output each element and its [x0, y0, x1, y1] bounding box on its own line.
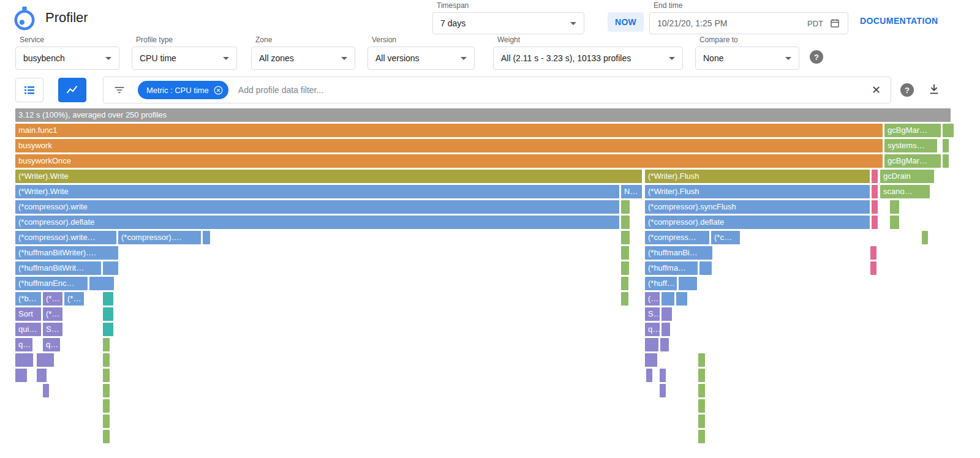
flame-frame[interactable]: gcBgMar…	[884, 154, 941, 168]
flame-frame[interactable]	[660, 369, 666, 382]
flame-frame[interactable]: (*…	[43, 292, 62, 306]
flame-frame[interactable]	[203, 231, 210, 244]
flame-frame[interactable]	[698, 415, 705, 428]
weight-select[interactable]: All (2.11 s - 3.23 s), 10133 profiles	[493, 47, 683, 70]
flame-frame[interactable]	[27, 353, 33, 367]
flame-frame[interactable]	[621, 277, 628, 290]
flame-frame[interactable]	[103, 399, 110, 413]
flame-frame[interactable]	[679, 277, 697, 290]
documentation-link[interactable]: DOCUMENTATION	[860, 16, 938, 26]
flame-frame[interactable]	[621, 246, 629, 260]
flame-frame[interactable]: (…	[645, 292, 660, 306]
flame-frame[interactable]	[15, 353, 21, 367]
flame-frame[interactable]: Sort	[15, 307, 41, 321]
flame-frame[interactable]	[645, 338, 658, 351]
clear-filters-button[interactable]: ✕	[872, 84, 881, 96]
metric-filter-chip[interactable]: Metric : CPU time	[138, 81, 228, 99]
flame-frame[interactable]	[37, 369, 47, 382]
flame-frame[interactable]	[662, 292, 674, 306]
flame-frame[interactable]: gcDrain	[880, 170, 934, 183]
compare-to-select[interactable]: None	[695, 47, 799, 70]
timespan-select[interactable]: 7 days	[432, 12, 584, 34]
flame-frame[interactable]: (*Writer).Write	[15, 185, 619, 198]
flame-frame[interactable]	[698, 399, 705, 413]
flame-frame[interactable]	[698, 369, 705, 382]
flame-frame[interactable]	[103, 323, 113, 336]
flame-frame[interactable]: q…	[43, 338, 60, 351]
flame-frame[interactable]	[870, 261, 876, 275]
list-view-button[interactable]	[15, 78, 43, 102]
flame-frame[interactable]: (*compressor).deflate	[645, 216, 870, 229]
flame-frame[interactable]	[699, 261, 712, 275]
flame-frame[interactable]: S…	[645, 307, 660, 321]
service-select[interactable]: busybench	[15, 47, 119, 70]
flame-frame[interactable]	[103, 307, 113, 321]
help-icon[interactable]: ?	[810, 50, 823, 64]
flame-frame[interactable]	[698, 430, 705, 443]
flame-frame[interactable]: busyworkOnce	[15, 154, 883, 168]
flame-frame[interactable]	[103, 338, 110, 351]
flame-frame[interactable]	[698, 353, 705, 367]
flame-frame[interactable]: main.func1	[15, 124, 883, 137]
flame-frame[interactable]	[37, 353, 54, 367]
flame-frame[interactable]: (*b…	[15, 292, 41, 306]
flame-frame[interactable]: (*huffmanBitWriter)….	[15, 246, 118, 260]
flame-frame[interactable]	[43, 384, 49, 397]
flame-frame[interactable]	[943, 154, 949, 168]
flame-frame[interactable]	[103, 430, 110, 443]
flame-frame[interactable]	[872, 200, 878, 214]
flame-frame[interactable]	[89, 277, 114, 290]
flame-frame[interactable]	[943, 139, 949, 152]
flame-frame[interactable]	[103, 369, 110, 382]
flame-frame[interactable]	[103, 261, 118, 275]
flame-frame[interactable]: (*c…	[711, 231, 740, 244]
flame-frame[interactable]	[662, 323, 670, 336]
flame-frame[interactable]	[646, 369, 652, 382]
end-time-input[interactable]: 10/21/20, 1:25 PM PDT	[649, 12, 848, 34]
profile-type-select[interactable]: CPU time	[132, 47, 237, 70]
flame-frame[interactable]: systems…	[884, 139, 937, 152]
zone-select[interactable]: All zones	[251, 47, 355, 70]
flame-frame[interactable]: (*huffmanBitWrit…	[15, 261, 101, 275]
flame-frame[interactable]	[890, 200, 899, 214]
flame-frame[interactable]	[645, 353, 657, 367]
flame-frame[interactable]	[872, 185, 878, 198]
flame-frame[interactable]: (*huffmanEnc…	[15, 277, 88, 290]
flame-frame[interactable]	[660, 384, 666, 397]
flame-frame[interactable]	[621, 292, 628, 306]
flame-frame[interactable]	[621, 200, 630, 214]
flame-frame[interactable]	[922, 231, 928, 244]
flame-frame[interactable]: busywork	[15, 139, 883, 152]
flame-frame[interactable]: (*huffmanBi…	[645, 246, 712, 260]
flame-frame[interactable]: q…	[15, 338, 32, 351]
flame-frame[interactable]: (*Writer).Flush	[645, 185, 870, 198]
chip-remove-icon[interactable]	[213, 85, 224, 96]
flame-frame[interactable]: q…	[645, 323, 660, 336]
flame-frame[interactable]	[103, 384, 110, 397]
flame-frame[interactable]: (*Writer).Flush	[645, 170, 870, 183]
calendar-icon[interactable]	[829, 18, 840, 29]
flame-frame[interactable]: (*compressor).syncFlush	[645, 200, 870, 214]
flame-frame[interactable]	[103, 292, 113, 306]
flame-frame[interactable]	[103, 415, 110, 428]
flame-frame[interactable]	[870, 246, 876, 260]
flame-frame[interactable]	[21, 369, 27, 382]
help-icon[interactable]: ?	[900, 83, 914, 97]
history-view-button[interactable]	[58, 78, 86, 102]
flame-frame[interactable]	[872, 170, 878, 183]
flame-frame[interactable]: (*…	[43, 307, 62, 321]
filter-input[interactable]	[238, 85, 864, 95]
flame-frame[interactable]	[872, 216, 878, 229]
flame-frame[interactable]: (*compressor)….	[118, 231, 201, 244]
flame-frame[interactable]: (*compress…	[645, 231, 709, 244]
version-select[interactable]: All versions	[368, 47, 475, 70]
flame-frame[interactable]: (*compressor).write…	[15, 231, 116, 244]
flame-frame[interactable]: S…	[43, 323, 62, 336]
flame-frame[interactable]: (*Writer).Write	[15, 170, 642, 183]
flame-frame[interactable]: 3.12 s (100%), averaged over 250 profile…	[15, 108, 951, 122]
flame-frame[interactable]	[698, 384, 705, 397]
flame-frame[interactable]	[621, 231, 630, 244]
flame-frame[interactable]: (*compressor).deflate	[15, 216, 619, 229]
flame-frame[interactable]	[660, 338, 669, 351]
flame-frame[interactable]	[662, 307, 672, 321]
